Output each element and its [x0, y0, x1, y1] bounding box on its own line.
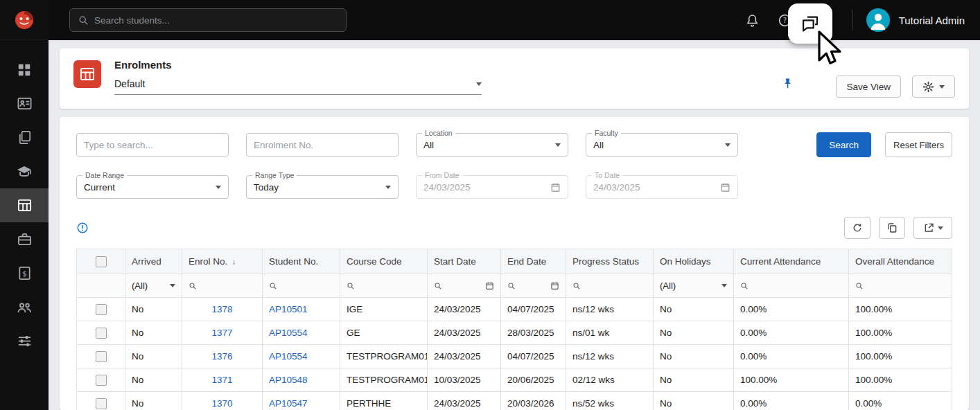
svg-text:?: ? — [783, 17, 787, 24]
table-row: No 1376 AP10554 TESTPROGRAM01 24/03/2025… — [77, 345, 952, 368]
enrol-no-link[interactable]: 1378 — [211, 304, 232, 314]
student-no-link[interactable]: AP10501 — [269, 304, 308, 314]
to-date-field: To Date 24/03/2025 — [586, 175, 738, 199]
filter-current-attendance[interactable] — [734, 274, 849, 298]
global-search — [69, 8, 347, 32]
export-button[interactable] — [913, 217, 952, 239]
range-type-select[interactable]: Range Type Today — [246, 175, 399, 199]
info-button[interactable] — [76, 222, 89, 234]
faculty-select[interactable]: Faculty All — [586, 133, 738, 157]
col-current-attendance[interactable]: Current Attendance — [734, 249, 849, 274]
col-end-date[interactable]: End Date — [501, 249, 566, 274]
sidebar-item-courses[interactable] — [0, 154, 49, 188]
pin-view-button[interactable] — [781, 77, 794, 93]
filter-course-code[interactable] — [340, 274, 428, 298]
cell-progress-status: ns/12 wks — [566, 345, 654, 368]
view-settings-button[interactable] — [912, 75, 955, 98]
avatar-person-icon — [866, 8, 890, 32]
chevron-down-icon — [170, 284, 175, 287]
filter-end-date[interactable] — [501, 274, 566, 298]
filter-arrived[interactable]: (All) — [125, 274, 182, 298]
global-search-input[interactable] — [94, 15, 338, 26]
col-start-date[interactable]: Start Date — [428, 249, 501, 274]
sidebar-item-services[interactable] — [0, 222, 49, 256]
col-overall-attendance[interactable]: Overall Attendance — [849, 249, 952, 274]
filter-enrol-no[interactable] — [182, 274, 263, 298]
sort-desc-icon: ↓ — [231, 257, 236, 267]
search-button[interactable]: Search — [816, 132, 871, 157]
col-course-code[interactable]: Course Code — [340, 249, 428, 274]
student-no-link[interactable]: AP10554 — [269, 328, 308, 338]
cell-course-code: GE — [340, 321, 428, 345]
location-select[interactable]: Location All — [416, 133, 568, 157]
app-logo[interactable] — [0, 0, 49, 40]
sidebar: $ — [0, 0, 49, 410]
chevron-down-icon — [939, 85, 945, 89]
table-body: No 1378 AP10501 IGE 24/03/2025 04/07/202… — [77, 298, 952, 410]
cell-on-holidays: No — [654, 298, 734, 321]
cell-progress-status: ns/12 wks — [566, 298, 654, 321]
table-icon — [17, 197, 33, 213]
enrolment-no-input[interactable] — [254, 140, 391, 150]
cell-arrived: No — [125, 368, 182, 392]
cell-end-date: 20/06/2025 — [501, 368, 566, 392]
table-row: No 1371 AP10548 TESTPROGRAM01 10/03/2025… — [77, 368, 952, 392]
filter-row-1: Location All Faculty All Search Reset Fi… — [76, 132, 952, 157]
col-student-no[interactable]: Student No. — [263, 249, 340, 274]
user-name[interactable]: Tutorial Admin — [899, 15, 965, 26]
filter-on-holidays[interactable]: (All) — [654, 274, 734, 298]
cell-on-holidays: No — [654, 345, 734, 368]
filter-progress-status[interactable] — [566, 274, 654, 298]
row-checkbox[interactable] — [96, 304, 107, 315]
sidebar-item-finance[interactable]: $ — [0, 256, 49, 290]
search-icon — [507, 282, 516, 290]
row-checkbox[interactable] — [96, 398, 107, 409]
sidebar-item-enrolments[interactable] — [0, 188, 49, 222]
enrol-no-link[interactable]: 1377 — [211, 328, 232, 338]
sidebar-item-dashboard[interactable] — [0, 53, 49, 87]
location-value: All — [423, 140, 434, 150]
enrol-no-link[interactable]: 1376 — [211, 351, 232, 362]
col-on-holidays[interactable]: On Holidays — [654, 249, 734, 274]
save-view-button[interactable]: Save View — [836, 75, 901, 98]
row-checkbox[interactable] — [96, 328, 107, 339]
copy-grid-button[interactable] — [879, 217, 905, 239]
filter-start-date[interactable] — [428, 274, 501, 298]
keyword-input[interactable] — [84, 140, 221, 150]
select-all-checkbox[interactable] — [96, 256, 107, 267]
student-no-link[interactable]: AP10548 — [269, 375, 308, 385]
enrol-no-link[interactable]: 1370 — [211, 398, 232, 409]
notifications-button[interactable] — [745, 13, 760, 28]
sidebar-item-settings[interactable] — [0, 324, 49, 358]
sidebar-item-contacts[interactable] — [0, 87, 49, 121]
avatar[interactable] — [866, 8, 890, 32]
copy-pages-icon — [17, 130, 33, 145]
header-actions: Save View — [836, 75, 955, 98]
view-selector[interactable]: Default — [114, 78, 482, 95]
reset-filters-button[interactable]: Reset Filters — [885, 132, 952, 157]
col-progress-status[interactable]: Progress Status — [566, 249, 654, 274]
cell-course-code: PERTHHE — [340, 392, 428, 410]
sidebar-item-documents[interactable] — [0, 121, 49, 154]
refresh-button[interactable] — [844, 217, 870, 239]
row-checkbox[interactable] — [96, 375, 107, 386]
student-no-link[interactable]: AP10547 — [269, 398, 308, 409]
chat-button-highlighted[interactable] — [788, 3, 832, 44]
cell-start-date: 24/03/2025 — [428, 392, 501, 410]
cell-on-holidays: No — [654, 368, 734, 392]
table-row: No 1370 AP10547 PERTHHE 24/03/2025 20/03… — [77, 392, 952, 410]
gear-icon — [922, 81, 934, 93]
filter-overall-attendance[interactable] — [849, 274, 952, 298]
student-no-link[interactable]: AP10554 — [269, 351, 308, 362]
col-enrol-no[interactable]: Enrol No.↓ — [182, 249, 263, 274]
calendar-icon — [485, 281, 494, 290]
col-arrived[interactable]: Arrived — [125, 249, 182, 274]
filter-student-no[interactable] — [263, 274, 340, 298]
date-range-select[interactable]: Date Range Current — [76, 175, 229, 199]
enrolments-red-icon — [73, 60, 101, 88]
calendar-icon — [720, 182, 730, 193]
enrol-no-link[interactable]: 1371 — [211, 375, 232, 385]
grid-toolbar — [76, 217, 952, 239]
sidebar-item-community[interactable] — [0, 290, 49, 324]
row-checkbox[interactable] — [96, 351, 107, 362]
